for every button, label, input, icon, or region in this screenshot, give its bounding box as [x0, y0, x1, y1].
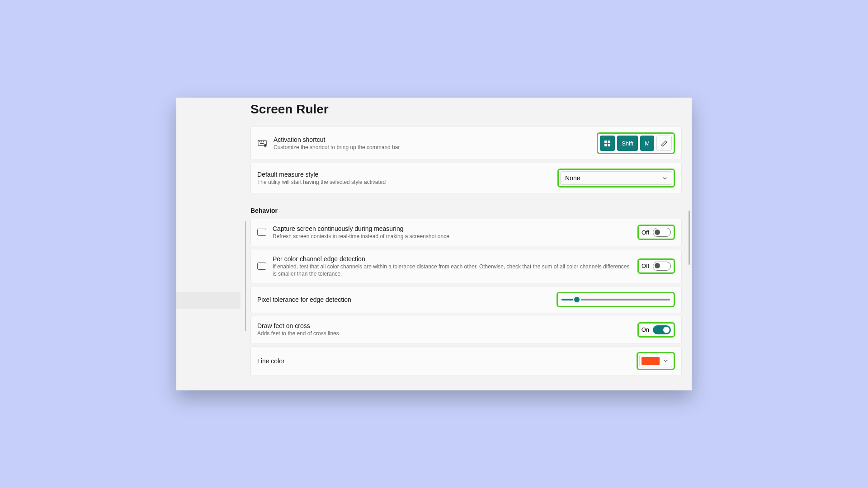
sidebar: s e s: [176, 98, 241, 390]
color-swatch: [642, 357, 660, 365]
main-panel: Screen Ruler Activation shortcut Customi…: [241, 98, 692, 390]
windows-icon: [604, 141, 610, 146]
draw-feet-row: Draw feet on cross Adds feet to the end …: [250, 316, 682, 343]
per-channel-title: Per color channel edge detection: [273, 255, 631, 263]
capture-toggle-label: Off: [642, 229, 649, 236]
svg-rect-4: [260, 143, 264, 144]
page-title: Screen Ruler: [250, 102, 682, 117]
capture-toggle[interactable]: [653, 228, 671, 237]
tolerance-slider[interactable]: [561, 296, 670, 304]
pencil-icon: [661, 140, 668, 147]
key-shift: Shift: [617, 136, 638, 151]
activation-desc: Customize the shortcut to bring up the c…: [274, 144, 590, 151]
per-channel-desc: If enabled, test that all color channels…: [273, 263, 631, 277]
per-channel-toggle[interactable]: [653, 262, 671, 271]
measure-style-row: Default measure style The utility will s…: [250, 163, 682, 193]
edit-shortcut-button[interactable]: [656, 136, 672, 151]
key-m: M: [640, 136, 654, 151]
capture-title: Capture screen continuously during measu…: [273, 225, 631, 233]
measure-style-value: None: [565, 174, 580, 182]
line-color-row: Line color: [250, 346, 682, 376]
per-channel-row: Per color channel edge detection If enab…: [250, 249, 682, 283]
measure-style-dropdown[interactable]: None: [560, 171, 672, 185]
slider-thumb[interactable]: [573, 296, 581, 304]
svg-rect-1: [259, 141, 260, 142]
square-icon: [257, 229, 266, 236]
shortcut-keys: Shift M: [597, 132, 675, 154]
capture-continuous-row: Capture screen continuously during measu…: [250, 219, 682, 246]
chevron-down-icon: [663, 358, 668, 363]
tolerance-row: Pixel tolerance for edge detection: [250, 286, 682, 313]
settings-window: s e s Screen Ruler Activation shortcut C…: [176, 98, 692, 390]
activation-shortcut-row: Activation shortcut Customize the shortc…: [250, 127, 682, 160]
per-channel-toggle-label: Off: [642, 263, 649, 269]
svg-rect-6: [604, 141, 607, 143]
scrollbar[interactable]: [689, 211, 690, 265]
key-win: [600, 136, 615, 151]
capture-desc: Refresh screen contexts in real-time ins…: [273, 233, 631, 240]
measure-style-title: Default measure style: [257, 170, 551, 178]
measure-style-desc: The utility will start having the select…: [257, 179, 551, 186]
feet-toggle-label: On: [642, 326, 649, 333]
section-indicator: [245, 221, 246, 331]
feet-desc: Adds feet to the end of cross lines: [257, 330, 631, 338]
svg-rect-9: [608, 144, 610, 146]
feet-title: Draw feet on cross: [257, 322, 631, 330]
activation-title: Activation shortcut: [274, 136, 590, 144]
svg-rect-3: [263, 141, 264, 142]
svg-rect-8: [604, 144, 607, 146]
svg-rect-7: [608, 141, 610, 143]
chevron-down-icon: [662, 176, 667, 181]
sidebar-selected-item[interactable]: [176, 292, 241, 309]
keyboard-icon: [257, 138, 267, 148]
tolerance-title: Pixel tolerance for edge detection: [257, 296, 550, 304]
square-icon: [257, 263, 266, 270]
svg-rect-2: [261, 141, 263, 142]
feet-toggle[interactable]: [653, 325, 671, 334]
svg-point-5: [264, 144, 267, 147]
line-color-dropdown[interactable]: [639, 355, 672, 367]
line-color-title: Line color: [257, 357, 630, 365]
behavior-section-label: Behavior: [250, 207, 682, 214]
